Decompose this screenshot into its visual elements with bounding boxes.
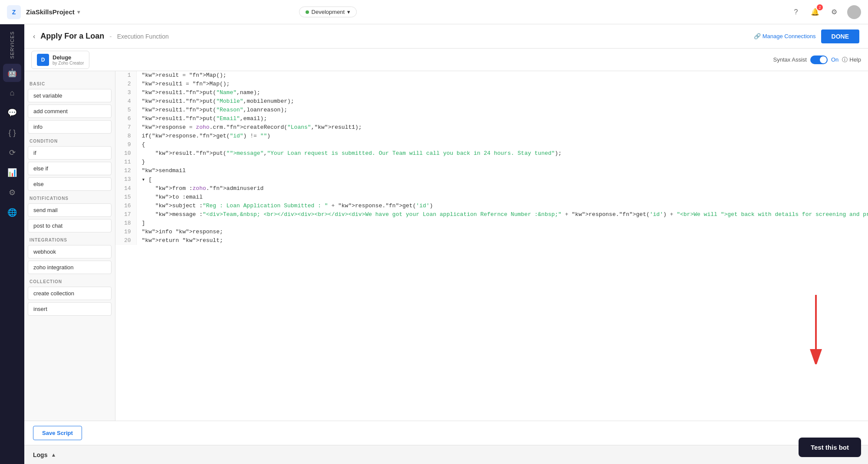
- user-avatar[interactable]: [847, 5, 861, 19]
- line-code[interactable]: "kw">result = "fn">Map();: [136, 71, 868, 80]
- line-code[interactable]: "kw">sendmail: [136, 167, 868, 175]
- line-number: 7: [115, 123, 136, 132]
- manage-connections-link[interactable]: 🔗 Manage Connections: [754, 33, 816, 39]
- line-code[interactable]: "kw">result1."fn">put("Reason",loanreaso…: [136, 106, 868, 114]
- editor-body: BASIC set variable add comment info COND…: [24, 71, 868, 421]
- services-icon-flow[interactable]: ⟳: [3, 144, 21, 162]
- line-code[interactable]: ]: [136, 219, 868, 228]
- table-row: 6"kw">result1."fn">put("Email",email);: [115, 114, 868, 123]
- set-variable-button[interactable]: set variable: [28, 89, 112, 102]
- line-number: 10: [115, 149, 136, 158]
- notifications-section-label: NOTIFICATIONS: [30, 196, 112, 201]
- post-to-chat-button[interactable]: post to chat: [28, 219, 112, 232]
- project-name[interactable]: ZiaSkillsProject ▾: [26, 8, 80, 16]
- page-title: Apply For a Loan: [40, 32, 104, 41]
- services-icon-chat[interactable]: 💬: [3, 104, 21, 122]
- help-icon[interactable]: ?: [790, 6, 802, 18]
- bottom-bar: Save Script: [24, 421, 868, 445]
- environment-badge[interactable]: Development ▾: [299, 7, 357, 17]
- line-number: 12: [115, 167, 136, 175]
- line-code[interactable]: if("kw">response."fn">get("id") != ""): [136, 132, 868, 141]
- line-code[interactable]: "kw">subject :"Reg : Loan Application Su…: [136, 202, 868, 210]
- back-arrow-icon[interactable]: ‹: [33, 33, 35, 40]
- line-code[interactable]: {: [136, 141, 868, 149]
- line-code[interactable]: ▾ [: [136, 175, 868, 184]
- integrations-section-label: INTEGRATIONS: [30, 238, 112, 242]
- line-number: 8: [115, 132, 136, 141]
- deluge-name: Deluge: [53, 54, 84, 61]
- save-script-button[interactable]: Save Script: [33, 426, 82, 440]
- services-icon-globe[interactable]: 🌐: [3, 203, 21, 222]
- line-number: 9: [115, 141, 136, 149]
- deluge-logo: D Deluge by Zoho Creator: [31, 51, 89, 69]
- line-number: 15: [115, 193, 136, 202]
- services-icon-home[interactable]: ⌂: [3, 84, 21, 102]
- table-row: 1"kw">result = "fn">Map();: [115, 71, 868, 80]
- deluge-subtext: by Zoho Creator: [53, 61, 84, 65]
- line-code[interactable]: "kw">result."fn">put("">message","Your L…: [136, 149, 868, 158]
- notification-badge: 2: [817, 4, 823, 10]
- main-layout: ‹ Apply For a Loan - Execution Function …: [24, 24, 868, 464]
- line-code[interactable]: "kw">to :email: [136, 193, 868, 202]
- title-separator: -: [109, 33, 112, 40]
- notifications-icon[interactable]: 🔔 2: [809, 6, 821, 18]
- nav-icons: ? 🔔 2 ⚙: [790, 5, 861, 19]
- table-row: 19"kw">info "kw">response;: [115, 228, 868, 236]
- webhook-button[interactable]: webhook: [28, 245, 112, 258]
- deluge-logo-icon: D: [37, 54, 49, 66]
- else-button[interactable]: else: [28, 177, 112, 191]
- settings-icon[interactable]: ⚙: [828, 6, 840, 18]
- line-code[interactable]: "kw">info "kw">response;: [136, 228, 868, 236]
- line-code[interactable]: "kw">return "kw">result;: [136, 236, 868, 245]
- line-number: 4: [115, 97, 136, 106]
- line-code[interactable]: "kw">result1."fn">put("Mobile",mobilenum…: [136, 97, 868, 106]
- syntax-assist-control: Syntax Assist On ⓘ Help: [773, 56, 861, 64]
- line-number: 11: [115, 158, 136, 167]
- else-if-button[interactable]: else if: [28, 162, 112, 175]
- line-code[interactable]: "kw">result1."fn">put("Email",email);: [136, 114, 868, 123]
- create-collection-button[interactable]: create collection: [28, 287, 112, 300]
- toggle-knob: [820, 56, 827, 63]
- table-row: 16 "kw">subject :"Reg : Loan Application…: [115, 202, 868, 210]
- code-editor[interactable]: 1"kw">result = "fn">Map();2"kw">result1 …: [115, 71, 868, 421]
- send-mail-button[interactable]: send mail: [28, 203, 112, 217]
- code-sidebar-panel: BASIC set variable add comment info COND…: [24, 71, 115, 421]
- insert-button[interactable]: insert: [28, 302, 112, 316]
- syntax-assist-toggle[interactable]: [810, 56, 828, 64]
- table-row: 8if("kw">response."fn">get("id") != ""): [115, 132, 868, 141]
- line-number: 19: [115, 228, 136, 236]
- table-row: 14 "kw">from :zoho."fn">adminuserid: [115, 184, 868, 193]
- condition-section-label: CONDITION: [30, 139, 112, 144]
- add-comment-button[interactable]: add comment: [28, 105, 112, 118]
- top-nav: Z ZiaSkillsProject ▾ Development ▾ ? 🔔 2…: [0, 0, 868, 24]
- services-sidebar: Services 🤖 ⌂ 💬 { } ⟳ 📊 ⚙ 🌐: [0, 24, 24, 464]
- basic-section-label: BASIC: [30, 82, 112, 86]
- help-link[interactable]: ⓘ Help: [842, 56, 861, 64]
- line-number: 18: [115, 219, 136, 228]
- test-bot-button[interactable]: Test this bot: [799, 438, 861, 457]
- logs-footer: Logs ▲: [24, 445, 868, 464]
- info-button[interactable]: info: [28, 120, 112, 134]
- services-icon-bot[interactable]: 🤖: [3, 64, 21, 82]
- services-icon-analytics[interactable]: 📊: [3, 163, 21, 182]
- logs-chevron-icon[interactable]: ▲: [51, 452, 56, 458]
- line-code[interactable]: "kw">from :zoho."fn">adminuserid: [136, 184, 868, 193]
- line-code[interactable]: "kw">message :"<div>Team,&nbsp; <br></di…: [136, 210, 868, 219]
- line-number: 2: [115, 80, 136, 88]
- line-code[interactable]: "kw">result1."fn">put("Name",name);: [136, 88, 868, 97]
- zoho-integration-button[interactable]: zoho integration: [28, 261, 112, 274]
- services-icon-settings[interactable]: ⚙: [3, 183, 21, 202]
- services-label: Services: [10, 28, 15, 62]
- if-button[interactable]: if: [28, 146, 112, 160]
- line-code[interactable]: "kw">response = zoho.crm."fn">createReco…: [136, 123, 868, 132]
- line-number: 5: [115, 106, 136, 114]
- line-code[interactable]: "kw">result1 = "fn">Map();: [136, 80, 868, 88]
- table-row: 18]: [115, 219, 868, 228]
- services-icon-code[interactable]: { }: [3, 124, 21, 142]
- line-code[interactable]: }: [136, 158, 868, 167]
- env-chevron-icon: ▾: [347, 9, 350, 15]
- project-chevron-icon: ▾: [77, 9, 80, 15]
- content-area: D Deluge by Zoho Creator Syntax Assist O…: [24, 49, 868, 464]
- logs-label: Logs: [33, 451, 47, 458]
- done-button[interactable]: DONE: [821, 29, 859, 43]
